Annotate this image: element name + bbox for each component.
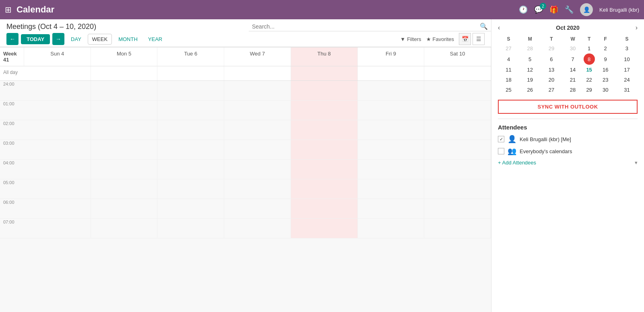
cell-sun-0200[interactable]	[24, 120, 91, 140]
mini-cal-day[interactable]: 12	[519, 65, 541, 75]
mini-cal-today[interactable]: 8	[584, 53, 595, 65]
cell-fri-0100[interactable]	[358, 101, 425, 120]
attendee-checkbox-2[interactable]	[498, 148, 504, 154]
cell-thu-0700[interactable]	[291, 219, 358, 238]
allday-tue[interactable]	[157, 66, 224, 80]
cell-thu-0400[interactable]	[291, 160, 358, 179]
cell-sat-0400[interactable]	[424, 160, 491, 179]
view-year-button[interactable]: YEAR	[144, 34, 166, 44]
cell-thu-0600[interactable]	[291, 199, 358, 218]
cell-mon-0600[interactable]	[91, 199, 158, 218]
mini-cal-day[interactable]: 7	[562, 53, 583, 65]
cell-thu-0100[interactable]	[291, 101, 358, 120]
mini-cal-prev[interactable]: ‹	[498, 24, 500, 31]
mini-cal-day[interactable]: 29	[584, 85, 595, 95]
cell-fri-0200[interactable]	[358, 120, 425, 140]
mini-cal-day[interactable]: 11	[498, 65, 519, 75]
cell-tue-0700[interactable]	[157, 219, 224, 238]
cell-mon-0200[interactable]	[91, 120, 158, 140]
cell-wed-0200[interactable]	[224, 120, 291, 140]
today-button[interactable]: TODAY	[21, 34, 50, 44]
mini-cal-day[interactable]: 28	[562, 85, 583, 95]
cell-wed-0100[interactable]	[224, 101, 291, 120]
clock-icon[interactable]: 🕐	[519, 5, 528, 14]
add-attendees-button[interactable]: + Add Attendees ▾	[498, 160, 638, 166]
mini-cal-day[interactable]: 22	[584, 75, 595, 85]
cell-wed-0500[interactable]	[224, 179, 291, 199]
cell-mon-0400[interactable]	[91, 160, 158, 179]
tools-icon[interactable]: 🔧	[565, 5, 574, 14]
cell-wed-0400[interactable]	[224, 160, 291, 179]
mini-cal-day[interactable]: 16	[595, 65, 616, 75]
cell-sat-0500[interactable]	[424, 179, 491, 199]
allday-thu[interactable]	[291, 66, 358, 80]
cell-sat-0700[interactable]	[424, 219, 491, 238]
mini-cal-day[interactable]: 19	[519, 75, 541, 85]
mini-cal-day[interactable]: 27	[541, 85, 562, 95]
mini-cal-day[interactable]: 21	[562, 75, 583, 85]
cell-sun-0600[interactable]	[24, 199, 91, 218]
grid-icon[interactable]: ⊞	[5, 5, 12, 14]
cell-fri-0400[interactable]	[358, 160, 425, 179]
mini-cal-day[interactable]: 30	[595, 85, 616, 95]
mini-cal-day[interactable]: 24	[616, 75, 638, 85]
cell-tue-0100[interactable]	[157, 101, 224, 120]
allday-sun[interactable]	[24, 66, 91, 80]
view-week-button[interactable]: WEEK	[88, 34, 112, 45]
mini-cal-day[interactable]: 25	[498, 85, 519, 95]
mini-cal-day[interactable]: 30	[562, 43, 583, 53]
cell-wed-0300[interactable]	[224, 140, 291, 159]
cell-mon-0700[interactable]	[91, 219, 158, 238]
avatar[interactable]: 👤	[580, 3, 593, 16]
mini-cal-day[interactable]: 14	[562, 65, 583, 75]
cell-sun-2400[interactable]	[24, 81, 91, 100]
list-view-button[interactable]: ☰	[473, 33, 485, 45]
view-month-button[interactable]: MONTH	[114, 34, 142, 44]
sync-outlook-button[interactable]: SYNC WITH OUTLOOK	[498, 100, 638, 114]
cell-fri-0300[interactable]	[358, 140, 425, 159]
cell-tue-2400[interactable]	[157, 81, 224, 100]
mini-cal-day[interactable]: 17	[616, 65, 638, 75]
gift-icon[interactable]: 🎁	[549, 5, 558, 14]
mini-cal-day[interactable]: 5	[519, 53, 541, 65]
mini-cal-day[interactable]: 18	[498, 75, 519, 85]
mini-cal-day[interactable]: 26	[519, 85, 541, 95]
mini-cal-day[interactable]: 15	[584, 65, 595, 75]
cell-sun-0100[interactable]	[24, 101, 91, 120]
cell-fri-0500[interactable]	[358, 179, 425, 199]
cell-fri-0700[interactable]	[358, 219, 425, 238]
calendar-view-button[interactable]: 📅	[459, 33, 471, 45]
mini-cal-next[interactable]: ›	[636, 24, 638, 31]
cell-thu-2400[interactable]	[291, 81, 358, 100]
cell-wed-0600[interactable]	[224, 199, 291, 218]
mini-cal-day[interactable]: 20	[541, 75, 562, 85]
mini-cal-day[interactable]: 23	[595, 75, 616, 85]
attendee-checkbox-1[interactable]: ✓	[498, 136, 504, 142]
allday-fri[interactable]	[358, 66, 425, 80]
cell-wed-0700[interactable]	[224, 219, 291, 238]
cell-tue-0500[interactable]	[157, 179, 224, 199]
mini-cal-day[interactable]: 31	[616, 85, 638, 95]
allday-mon[interactable]	[91, 66, 158, 80]
mini-cal-day[interactable]: 13	[541, 65, 562, 75]
allday-sat[interactable]	[424, 66, 491, 80]
view-day-button[interactable]: DAY	[67, 34, 85, 44]
cell-sun-0500[interactable]	[24, 179, 91, 199]
mini-cal-day[interactable]: 28	[519, 43, 541, 53]
cell-sun-0300[interactable]	[24, 140, 91, 159]
prev-button[interactable]: ←	[6, 33, 19, 45]
cell-fri-2400[interactable]	[358, 81, 425, 100]
cell-sat-2400[interactable]	[424, 81, 491, 100]
favorites-button[interactable]: ★ Favorites	[426, 36, 454, 42]
cell-tue-0400[interactable]	[157, 160, 224, 179]
cell-tue-0300[interactable]	[157, 140, 224, 159]
cell-tue-0600[interactable]	[157, 199, 224, 218]
mini-cal-day[interactable]: 29	[541, 43, 562, 53]
mini-cal-day[interactable]: 27	[498, 43, 519, 53]
cell-sat-0200[interactable]	[424, 120, 491, 140]
search-input[interactable]	[252, 23, 480, 30]
allday-wed[interactable]	[224, 66, 291, 80]
chat-icon[interactable]: 💬 2	[534, 5, 543, 14]
cell-mon-2400[interactable]	[91, 81, 158, 100]
filters-button[interactable]: ▼ Filters	[400, 36, 421, 42]
